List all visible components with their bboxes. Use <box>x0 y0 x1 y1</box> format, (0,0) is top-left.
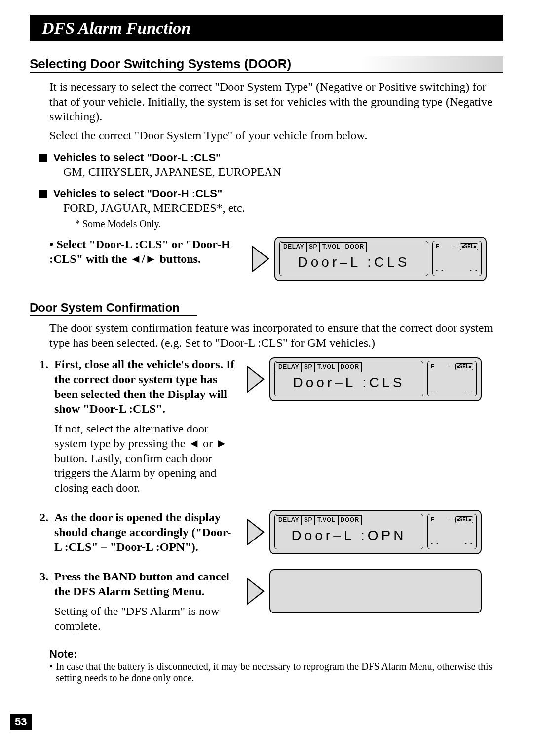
step-1-text: First, close all the vehicle's doors. If… <box>54 358 234 415</box>
lcd-sel-label: SEL <box>455 363 473 370</box>
intro-para-1: It is necessary to select the correct "D… <box>49 79 498 124</box>
lcd-tab-delay: DELAY <box>281 242 306 252</box>
group2-body: FORD, JAGUAR, MERCEDES*, etc. <box>63 201 503 215</box>
lcd-panel: DELAY SP T.VOL DOOR Door–L :OPN F SEL - … <box>269 510 482 554</box>
select-instruction-text: Select "Door-L :CLS" or "Door-H :CLS" wi… <box>49 238 230 265</box>
step-3-row: 3. Press the BAND button and cancel the … <box>39 569 503 633</box>
step-3-text: Press the BAND button and cancel the DFS… <box>54 570 229 598</box>
lcd-panel: DELAY SP T.VOL DOOR Door–L :CLS F SEL - … <box>274 237 487 281</box>
play-triangle-icon <box>247 577 265 605</box>
lcd-display-1: DELAY SP T.VOL DOOR Door–L :CLS F SEL - … <box>252 237 487 281</box>
section-title-1: Selecting Door Switching Systems (DOOR) <box>30 56 503 73</box>
select-instruction-row: •Select "Door-L :CLS" or "Door-H :CLS" w… <box>49 237 503 281</box>
lcd-tab-tvol: T.VOL <box>320 242 343 252</box>
lcd-f-label: F <box>436 243 439 249</box>
intro-para-2: Select the correct "Door System Type" of… <box>49 128 498 143</box>
note-body: •In case that the battery is disconnecte… <box>49 661 503 684</box>
chapter-title: DFS Alarm Function <box>30 15 503 41</box>
lcd-display-4 <box>247 569 482 613</box>
step-1-subtext: If not, select the alternative door syst… <box>54 421 237 495</box>
step-1-row: 1. First, close all the vehicle's doors.… <box>39 357 503 495</box>
step-number-1: 1. <box>39 357 54 372</box>
lcd-sel-label: SEL <box>455 516 473 523</box>
play-triangle-icon <box>252 245 269 273</box>
step-2-text: As the door is opened the display should… <box>54 510 237 554</box>
lcd-main-text: Door–L :CLS <box>280 252 428 270</box>
group1-head: Vehicles to select "Door-L :CLS" <box>53 151 221 164</box>
note-text: In case that the battery is disconnected… <box>56 661 503 684</box>
lcd-panel: DELAY SP T.VOL DOOR Door–L :CLS F SEL - … <box>269 357 482 401</box>
lcd-display-3: DELAY SP T.VOL DOOR Door–L :OPN F SEL - … <box>247 510 482 554</box>
vehicle-group-2: Vehicles to select "Door-H :CLS" FORD, J… <box>39 187 503 230</box>
lcd-f-label: F <box>431 363 434 369</box>
page: DFS Alarm Function Selecting Door Switch… <box>0 0 533 756</box>
lcd-tab-sp: SP <box>302 362 315 372</box>
lcd-tab-door: DOOR <box>343 242 367 252</box>
step-3-subtext: Setting of the "DFS Alarm" is now comple… <box>54 604 237 633</box>
lcd-tab-door: DOOR <box>338 362 362 372</box>
group2-note: * Some Models Only. <box>75 218 503 230</box>
group2-head: Vehicles to select "Door-H :CLS" <box>53 187 222 200</box>
lcd-tab-tvol: T.VOL <box>315 515 338 525</box>
square-bullet-icon <box>39 154 47 162</box>
lcd-tab-delay: DELAY <box>276 362 302 372</box>
step-number-2: 2. <box>39 510 54 525</box>
step-2-row: 2. As the door is opened the display sho… <box>39 510 503 554</box>
lcd-tab-tvol: T.VOL <box>315 362 338 372</box>
lcd-tab-delay: DELAY <box>276 515 302 525</box>
confirmation-intro: The door system confirmation feature was… <box>49 321 498 350</box>
vehicle-group-1: Vehicles to select "Door-L :CLS" GM, CHR… <box>39 151 503 179</box>
lcd-display-2: DELAY SP T.VOL DOOR Door–L :CLS F SEL - … <box>247 357 482 401</box>
note-heading: Note: <box>49 648 503 661</box>
step-number-3: 3. <box>39 569 54 584</box>
lcd-main-text: Door–L :OPN <box>275 525 423 543</box>
lcd-panel-blank <box>269 569 482 613</box>
lcd-f-label: F <box>431 516 434 522</box>
group1-body: GM, CHRYSLER, JAPANESE, EUROPEAN <box>63 165 503 179</box>
page-number: 53 <box>10 714 32 730</box>
lcd-main-text: Door–L :CLS <box>275 372 423 391</box>
subsection-title: Door System Confirmation <box>30 301 197 316</box>
lcd-tab-sp: SP <box>306 242 320 252</box>
square-bullet-icon <box>39 190 47 198</box>
select-instruction: •Select "Door-L :CLS" or "Door-H :CLS" w… <box>49 237 242 266</box>
play-triangle-icon <box>247 365 265 393</box>
lcd-tab-door: DOOR <box>338 515 362 525</box>
play-triangle-icon <box>247 518 265 546</box>
lcd-tab-sp: SP <box>302 515 315 525</box>
lcd-sel-label: SEL <box>460 243 478 250</box>
